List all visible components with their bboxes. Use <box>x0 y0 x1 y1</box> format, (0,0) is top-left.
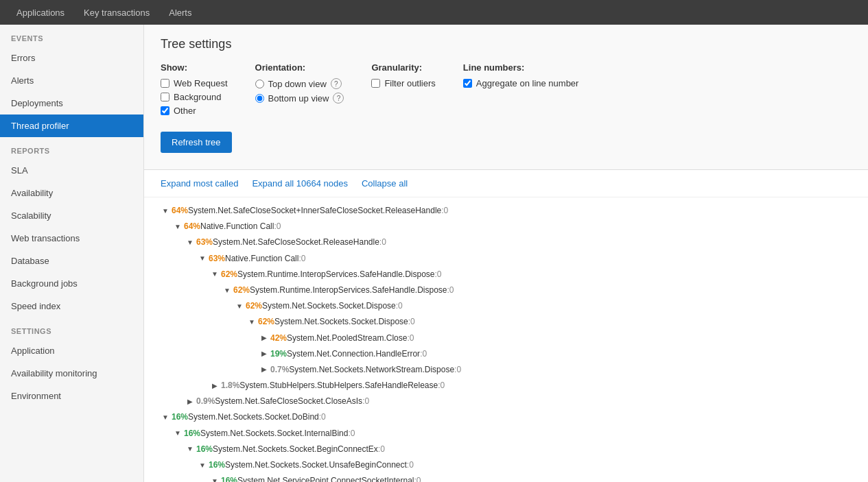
nav-alerts[interactable]: Alerts <box>159 0 201 25</box>
main-content: Tree settings Show: Web Request Backgrou… <box>144 25 868 482</box>
sidebar-item-deployments[interactable]: Deployments <box>0 92 143 115</box>
events-section-label: EVENTS <box>0 25 143 47</box>
tree-node-text: System.Net.ServicePoint.ConnectSocketInt… <box>237 474 414 482</box>
expand-most-called-link[interactable]: Expand most called <box>161 178 238 189</box>
tree-toggle-icon[interactable]: ▼ <box>198 254 207 263</box>
tree-node-num: :0 <box>447 284 454 297</box>
tree-node-num: :0 <box>407 459 414 472</box>
tree-node-num: :0 <box>438 379 445 392</box>
tree-toggle-icon[interactable]: ▼ <box>173 429 183 438</box>
tree-toggle-icon[interactable]: ▼ <box>210 269 220 279</box>
tree-node-pct: 62% <box>233 284 250 297</box>
sidebar-item-thread-profiler[interactable]: Thread profiler <box>0 115 143 137</box>
sidebar-item-alerts[interactable]: Alerts <box>0 69 143 92</box>
sidebar-item-web-transactions[interactable]: Web transactions <box>0 227 143 250</box>
tree-node-text: Native.Function Call <box>200 220 274 233</box>
tree-toggle-icon[interactable]: ▼ <box>198 461 207 470</box>
tree-node-num: :0 <box>319 411 326 424</box>
tree-node-text: System.Net.Sockets.Socket.InternalBind <box>200 427 348 440</box>
radio-bottom-up-input[interactable] <box>255 94 264 103</box>
top-down-help-icon[interactable]: ? <box>331 78 342 89</box>
tree-row: ▶42% System.Net.PooledStream.Close :0 <box>161 330 852 346</box>
orientation-label: Orientation: <box>255 62 344 73</box>
tree-toggle-icon[interactable]: ▼ <box>161 413 170 422</box>
line-numbers-label: Line numbers: <box>463 62 579 73</box>
checkbox-web-request-input[interactable] <box>161 79 169 88</box>
tree-toggle-icon[interactable]: ▼ <box>210 477 220 482</box>
tree-row: ▶0.9% System.Net.SafeCloseSocket.CloseAs… <box>161 394 852 409</box>
checkbox-aggregate-input[interactable] <box>463 79 472 88</box>
tree-node-pct: 19% <box>270 348 287 361</box>
tree-toggle-icon[interactable]: ▶ <box>259 365 269 374</box>
sidebar-item-sla[interactable]: SLA <box>0 159 143 182</box>
sidebar-item-errors[interactable]: Errors <box>0 47 143 69</box>
tree-node-pct: 63% <box>196 236 213 249</box>
radio-bottom-up-label: Bottom up view <box>268 93 329 104</box>
tree-node-text: System.Net.Sockets.Socket.UnsafeBeginCon… <box>225 459 407 472</box>
sidebar-item-speed-index[interactable]: Speed index <box>0 295 143 317</box>
tree-node-text: System.Net.SafeCloseSocket+InnerSafeClos… <box>188 204 441 217</box>
tree-node-pct: 64% <box>184 220 200 233</box>
tree-toggle-icon[interactable]: ▼ <box>235 302 244 311</box>
radio-bottom-up: Bottom up view ? <box>255 93 344 104</box>
sidebar-item-application[interactable]: Application <box>0 339 143 362</box>
tree-node-num: :0 <box>378 443 385 456</box>
tree-row: ▼16% System.Net.Sockets.Socket.BeginConn… <box>161 442 852 457</box>
tree-node-pct: 42% <box>270 332 287 345</box>
tree-row: ▼64% System.Net.SafeCloseSocket+InnerSaf… <box>161 203 852 219</box>
checkbox-web-request-label: Web Request <box>174 78 228 88</box>
tree-toggle-icon[interactable]: ▼ <box>247 317 257 327</box>
tree-node-text: System.Net.Sockets.Socket.Dispose <box>274 315 408 328</box>
tree-node-pct: 62% <box>221 268 237 281</box>
show-group: Show: Web Request Background Other <box>161 62 228 119</box>
tree-node-text: System.Runtime.InteropServices.SafeHandl… <box>250 284 447 297</box>
expand-all-link[interactable]: Expand all 10664 nodes <box>252 178 348 189</box>
tree-toggle-icon[interactable]: ▼ <box>185 444 195 454</box>
sidebar: EVENTS Errors Alerts Deployments Thread … <box>0 25 144 482</box>
sidebar-item-availability[interactable]: Availability <box>0 182 143 204</box>
checkbox-filter-outliers-label: Filter outliers <box>384 78 435 88</box>
sidebar-item-database[interactable]: Database <box>0 250 143 272</box>
tree-node-text: System.Net.SafeCloseSocket.ReleaseHandle <box>213 236 379 249</box>
sidebar-item-scalability[interactable]: Scalability <box>0 204 143 227</box>
nav-applications[interactable]: Applications <box>7 0 74 25</box>
refresh-tree-button[interactable]: Refresh tree <box>161 132 232 153</box>
tree-toggle-icon[interactable]: ▼ <box>185 238 195 248</box>
tree-node-num: :0 <box>274 220 281 233</box>
tree-node-num: :0 <box>454 363 461 376</box>
nav-key-transactions[interactable]: Key transactions <box>74 0 159 25</box>
tree-toggle-icon[interactable]: ▶ <box>210 381 220 391</box>
checkbox-filter-outliers-input[interactable] <box>371 79 380 88</box>
checkbox-aggregate-label: Aggregate on line number <box>476 78 579 88</box>
sidebar-item-availability-monitoring[interactable]: Availability monitoring <box>0 362 143 385</box>
tree-toggle-icon[interactable]: ▼ <box>222 286 232 296</box>
tree-toggle-icon[interactable]: ▶ <box>259 349 269 359</box>
collapse-all-link[interactable]: Collapse all <box>362 178 408 189</box>
tree-row: ▼16% System.Net.ServicePoint.ConnectSock… <box>161 473 852 482</box>
tree-settings-panel: Tree settings Show: Web Request Backgrou… <box>144 25 868 170</box>
checkbox-filter-outliers: Filter outliers <box>371 78 435 88</box>
tree-row: ▼16% System.Net.Sockets.Socket.UnsafeBeg… <box>161 457 852 473</box>
tree-row: ▼16% System.Net.Sockets.Socket.InternalB… <box>161 426 852 442</box>
tree-node-pct: 64% <box>172 204 188 217</box>
sidebar-item-environment[interactable]: Environment <box>0 385 143 407</box>
tree-node-pct: 0.7% <box>270 363 289 376</box>
granularity-label: Granularity: <box>371 62 435 73</box>
tree-toggle-icon[interactable]: ▼ <box>173 222 183 232</box>
tree-node-pct: 16% <box>172 411 188 424</box>
tree-node-num: :0 <box>435 268 442 281</box>
tree-node-text: System.Net.PooledStream.Close <box>287 332 407 345</box>
bottom-up-help-icon[interactable]: ? <box>333 93 344 104</box>
tree-row: ▼16% System.Net.Sockets.Socket.DoBind :0 <box>161 409 852 425</box>
sidebar-item-background-jobs[interactable]: Background jobs <box>0 272 143 295</box>
checkbox-other-input[interactable] <box>161 106 169 115</box>
tree-row: ▼63% Native.Function Call :0 <box>161 251 852 267</box>
tree-toggle-icon[interactable]: ▶ <box>185 397 195 407</box>
radio-top-down-input[interactable] <box>255 80 264 88</box>
tree-toggle-icon[interactable]: ▼ <box>161 206 170 216</box>
checkbox-other-label: Other <box>174 106 196 116</box>
tree-node-pct: 16% <box>209 459 225 472</box>
tree-toggle-icon[interactable]: ▶ <box>259 333 269 343</box>
checkbox-background-input[interactable] <box>161 93 169 101</box>
granularity-group: Granularity: Filter outliers <box>371 62 435 92</box>
